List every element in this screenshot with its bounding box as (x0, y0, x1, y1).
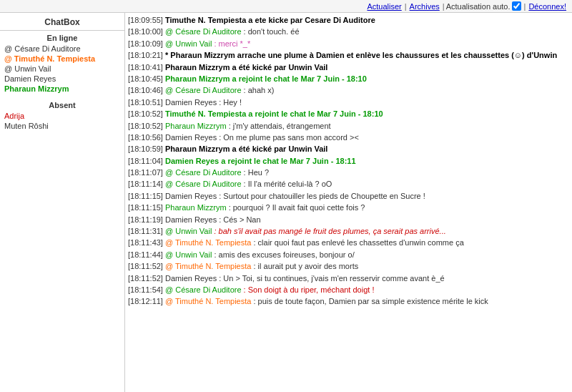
timestamp: [18:10:09] (128, 39, 165, 48)
message-line: [18:10:52] Timuthé N. Tempiesta a rejoin… (128, 109, 569, 119)
message-line: [18:11:14] @ Césare Di Auditore : Il l'a… (128, 179, 569, 190)
online-user: Pharaun Mizzrym (0, 84, 124, 94)
message-text: : Cés > Nan (217, 215, 260, 224)
message-line: [18:11:07] @ Césare Di Auditore : Heu ? (128, 167, 569, 178)
message-author: Damien Reyes (165, 192, 217, 200)
message-line: [18:10:09] @ Unwin Vail : merci *_* (128, 39, 569, 49)
absent-user: Muten Rôshi (0, 121, 124, 131)
message-author: @ Timuthé N. Tempiesta (165, 297, 251, 305)
message-author: @ Césare Di Auditore (165, 27, 242, 36)
actualiser-link[interactable]: Actualiser (367, 2, 401, 11)
message-author: @ Unwin Vail (165, 39, 212, 48)
timestamp: [18:10:59] (128, 144, 165, 153)
message-line: [18:10:00] @ Césare Di Auditore : don't … (128, 26, 569, 37)
chat-area: [18:09:55] Timuthe N. Tempiesta a ete ki… (125, 13, 572, 392)
message-author: Damien Reyes (165, 215, 217, 224)
app: Actualiser | Archives | Actualisation au… (0, 0, 572, 392)
timestamp: [18:11:54] (128, 285, 165, 294)
sep1: | (405, 2, 407, 11)
message-line: [18:11:52] @ Timuthé N. Tempiesta : il a… (128, 261, 569, 272)
absent-user: Adrija (0, 111, 124, 121)
timestamp: [18:09:55] (128, 16, 165, 24)
message-line: [18:10:46] @ Césare Di Auditore : ahah x… (128, 85, 569, 96)
timestamp: [18:11:07] (128, 168, 165, 177)
message-author: @ Césare Di Auditore (165, 285, 242, 294)
message-line: [18:10:51] Damien Reyes : Hey ! (128, 97, 569, 108)
timestamp: [18:11:15] (128, 203, 165, 212)
absent-title: Absent (0, 98, 124, 111)
message-line: [18:11:54] @ Césare Di Auditore : Son do… (128, 285, 569, 295)
message-line: [18:10:45] Pharaun Mizzrym a rejoint le … (128, 74, 569, 84)
message-text: : pourquoi ? Il avait fait quoi cette fo… (227, 203, 365, 212)
timestamp: [18:11:15] (128, 192, 165, 200)
message-author: @ Césare Di Auditore (165, 168, 242, 177)
main: ChatBox En ligne @ Césare Di Auditore@ T… (0, 13, 572, 392)
online-users-list: @ Césare Di Auditore@ Timuthé N. Tempies… (0, 44, 124, 94)
deconnexion-link[interactable]: Déconnex! (528, 2, 566, 11)
message-author: @ Timuthé N. Tempiesta (165, 238, 251, 247)
message-text: : On me plume pas sans mon accord >< (217, 133, 359, 142)
message-text: : puis de toute façon, Damien par sa sim… (251, 297, 488, 305)
actualisation-auto-checkbox[interactable] (512, 1, 521, 11)
timestamp: [18:10:51] (128, 98, 165, 107)
timestamp: [18:11:52] (128, 262, 165, 270)
message-line: [18:12:11] @ Timuthé N. Tempiesta : puis… (128, 296, 569, 307)
message-text: : bah s'il avait pas mangé le fruit des … (212, 227, 445, 235)
message-content: Pharaun Mizzrym a été kické par Unwin Va… (165, 144, 327, 153)
message-author: Damien Reyes (165, 133, 217, 142)
online-user: Damien Reyes (0, 74, 124, 84)
message-author: Damien Reyes (165, 274, 217, 283)
message-text: : merci *_* (212, 39, 250, 48)
message-line: [18:10:21] * Pharaun Mizzrym arrache une… (128, 50, 569, 61)
timestamp: [18:12:11] (128, 297, 165, 305)
message-line: [18:11:04] Damien Reyes a rejoint le cha… (128, 156, 569, 167)
sep3: | (524, 2, 526, 11)
message-text: : Un > Toi, si tu continues, j'vais m'en… (217, 274, 445, 283)
message-line: [18:10:59] Pharaun Mizzrym a été kické p… (128, 144, 569, 155)
message-text: : Heu ? (242, 168, 270, 177)
absent-users-list: AdrijaMuten Rôshi (0, 111, 124, 131)
archives-link[interactable]: Archives (410, 2, 440, 11)
timestamp: [18:11:19] (128, 215, 165, 224)
chatbox-title: ChatBox (0, 16, 124, 31)
timestamp: [18:10:56] (128, 133, 165, 142)
message-author: Pharaun Mizzrym (165, 122, 227, 130)
online-user: @ Timuthé N. Tempiesta (0, 54, 124, 64)
timestamp: [18:10:45] (128, 74, 165, 83)
sep2: | (443, 2, 445, 11)
message-text: : il aurait put y avoir des morts (251, 262, 358, 270)
message-content: * Pharaun Mizzrym arrache une plume à Da… (165, 51, 557, 59)
message-text: : Il l'a mérité celui-là ? oO (242, 180, 332, 188)
message-content: Timuthé N. Tempiesta a rejoint le chat l… (165, 109, 383, 118)
timestamp: [18:10:00] (128, 27, 165, 36)
online-user: @ Césare Di Auditore (0, 44, 124, 54)
sidebar: ChatBox En ligne @ Césare Di Auditore@ T… (0, 13, 125, 392)
message-text: : amis des excuses foireuses, bonjour o/ (212, 250, 354, 259)
message-text: : don't touch. éé (242, 27, 300, 36)
message-line: [18:11:52] Damien Reyes : Un > Toi, si t… (128, 273, 569, 284)
message-text: : clair quoi faut pas enlevé les chasset… (251, 238, 463, 247)
message-line: [18:11:15] Pharaun Mizzrym : pourquoi ? … (128, 202, 569, 213)
message-text: : Son doigt à du riper, méchant doigt ! (242, 285, 375, 294)
message-line: [18:09:55] Timuthe N. Tempiesta a ete ki… (128, 15, 569, 26)
message-line: [18:11:15] Damien Reyes : Surtout pour c… (128, 191, 569, 202)
message-line: [18:10:41] Pharaun Mizzrym a été kické p… (128, 62, 569, 73)
message-author: @ Césare Di Auditore (165, 86, 242, 94)
message-content: Damien Reyes a rejoint le chat le Mar 7 … (165, 157, 356, 165)
online-user: @ Unwin Vail (0, 64, 124, 74)
timestamp: [18:10:46] (128, 86, 165, 94)
message-text: : Surtout pour chatouiller les pieds de … (217, 192, 425, 200)
timestamp: [18:11:04] (128, 157, 165, 165)
timestamp: [18:11:14] (128, 180, 165, 188)
message-content: Pharaun Mizzrym a rejoint le chat le Mar… (165, 74, 367, 83)
online-title: En ligne (0, 31, 124, 44)
message-line: [18:10:52] Pharaun Mizzrym : j'm'y atten… (128, 121, 569, 132)
timestamp: [18:10:52] (128, 122, 165, 130)
message-content: Pharaun Mizzrym a été kické par Unwin Va… (165, 63, 327, 72)
message-line: [18:11:19] Damien Reyes : Cés > Nan (128, 215, 569, 225)
timestamp: [18:10:21] (128, 51, 165, 59)
message-text: : Hey ! (217, 98, 242, 107)
message-line: [18:11:31] @ Unwin Vail : bah s'il avait… (128, 226, 569, 237)
message-author: @ Césare Di Auditore (165, 180, 242, 188)
timestamp: [18:10:52] (128, 109, 165, 118)
